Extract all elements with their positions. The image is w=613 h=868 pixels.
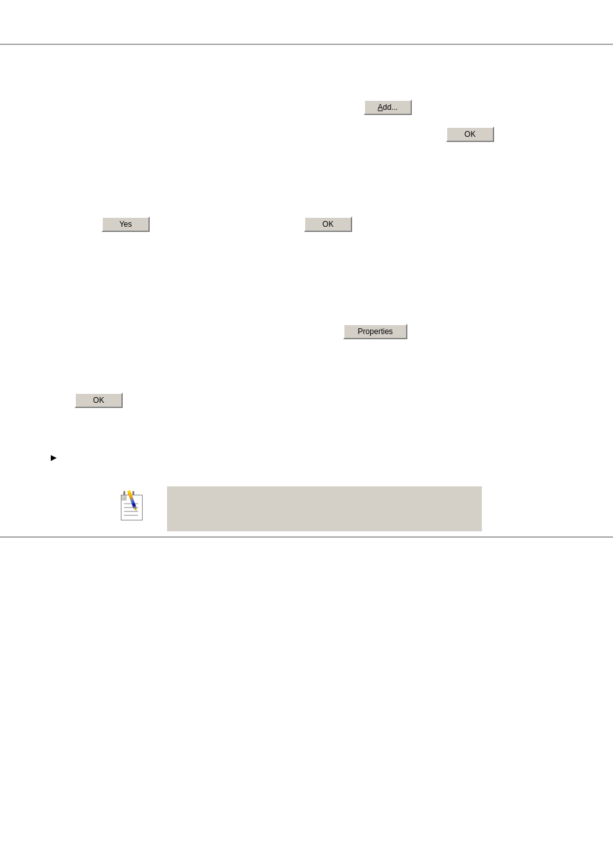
properties-button[interactable]: Properties xyxy=(343,324,407,339)
add-button[interactable]: Add... xyxy=(364,100,412,115)
bullet-arrow-icon: ▶ xyxy=(51,453,57,462)
content-preview-box xyxy=(167,486,482,531)
top-divider xyxy=(0,44,613,45)
ok-button-mid[interactable]: OK xyxy=(304,217,352,232)
yes-button[interactable]: Yes xyxy=(102,217,150,232)
ok-button-top[interactable]: OK xyxy=(446,127,494,142)
add-button-label: Add... xyxy=(378,103,398,112)
bottom-divider xyxy=(0,536,613,538)
ok-button-bottom[interactable]: OK xyxy=(75,393,123,408)
application-icon xyxy=(120,490,150,523)
